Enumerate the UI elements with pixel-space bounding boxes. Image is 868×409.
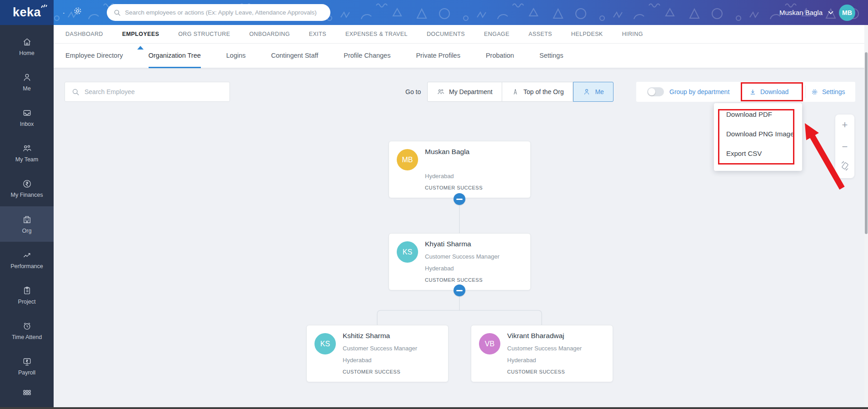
building-icon — [22, 214, 32, 225]
global-search — [107, 4, 330, 21]
top-of-the-org-button[interactable]: Top of the Org — [502, 82, 574, 102]
avatar: MB — [397, 149, 418, 170]
employee-search — [65, 82, 230, 102]
employee-name: Muskan Bagla — [425, 148, 469, 156]
home-icon — [22, 37, 32, 47]
nav-tab-documents[interactable]: DOCUMENTS — [427, 31, 465, 37]
employee-department: CUSTOMER SUCCESS — [425, 185, 483, 190]
chart-zoom-panel: + − — [835, 115, 854, 178]
nav-tab-expenses-travel[interactable]: EXPENSES & TRAVEL — [345, 31, 408, 37]
nav-tab-org-structure[interactable]: ORG STRUCTURE — [178, 31, 230, 37]
sidebar-item-org[interactable]: Org — [0, 206, 54, 242]
subnav-tab-contingent-staff[interactable]: Contingent Staff — [271, 44, 319, 68]
employee-location: Hyderabad — [425, 265, 454, 272]
keka-logo[interactable]: keka — [0, 0, 54, 25]
sidebar-item-my-finances[interactable]: My Finances — [0, 171, 54, 206]
employee-search-input[interactable] — [85, 88, 223, 95]
sidebar-item-inbox[interactable]: Inbox — [0, 100, 54, 135]
nav-tab-exits[interactable]: EXITS — [309, 31, 326, 37]
goto-label: Go to — [405, 88, 421, 95]
chart-actions-panel: Group by department Download Settings — [636, 82, 855, 102]
org-card-muskan-bagla[interactable]: MB Muskan Bagla Hyderabad CUSTOMER SUCCE… — [389, 141, 531, 198]
subnav-tab-organization-tree[interactable]: Organization Tree — [149, 44, 201, 68]
sidebar-item-home[interactable]: Home — [0, 29, 54, 64]
subnav-tab-private-profiles[interactable]: Private Profiles — [416, 44, 460, 68]
minus-icon — [456, 199, 463, 200]
avatar: KS — [397, 241, 418, 263]
nav-tab-hiring[interactable]: HIRING — [622, 31, 643, 37]
zoom-out-button[interactable]: − — [835, 142, 854, 152]
employee-department: CUSTOMER SUCCESS — [425, 277, 483, 283]
nav-tab-helpdesk[interactable]: HELPDESK — [571, 31, 603, 37]
employee-department: CUSTOMER SUCCESS — [507, 369, 565, 374]
divider — [805, 85, 806, 98]
subnav-tab-logins[interactable]: Logins — [226, 44, 246, 68]
org-card-vikrant-bharadwaj[interactable]: VB Vikrant Bharadwaj Customer Success Ma… — [471, 325, 613, 382]
global-search-input[interactable] — [125, 9, 324, 16]
topbar-dot: . — [63, 7, 65, 15]
user-avatar[interactable]: MB — [839, 5, 855, 21]
collapse-button[interactable] — [454, 284, 465, 296]
employee-location: Hyderabad — [507, 357, 536, 364]
org-card-khyati-sharma[interactable]: KS Khyati Sharma Customer Success Manage… — [389, 233, 531, 290]
active-tab-caret-icon — [137, 46, 144, 50]
logo-spark-icon — [40, 2, 47, 9]
search-icon — [71, 88, 80, 96]
inbox-tray-icon — [22, 108, 32, 118]
sidebar-item-performance[interactable]: Performance — [0, 242, 54, 277]
people-group-icon — [22, 143, 32, 154]
nav-tab-assets[interactable]: ASSETS — [529, 31, 552, 37]
window-bottom-edge — [0, 407, 868, 409]
me-button[interactable]: Me — [573, 82, 613, 102]
employee-department: CUSTOMER SUCCESS — [343, 369, 400, 374]
download-button[interactable]: Download — [749, 82, 788, 102]
logo-text: keka — [13, 5, 41, 19]
menu-item-download-pdf[interactable]: Download PDF — [726, 109, 772, 120]
group-by-department-label[interactable]: Group by department — [669, 88, 729, 95]
people-group-icon — [437, 88, 445, 96]
nav-tab-engage[interactable]: ENGAGE — [484, 31, 509, 37]
org-card-kshitiz-sharma[interactable]: KS Kshitiz Sharma Customer Success Manag… — [306, 325, 449, 382]
clipboard-icon — [22, 285, 32, 296]
sidebar: Home Me Inbox My Team My Finances — [0, 25, 54, 407]
goto-button-group: My Department Top of the Org Me — [427, 82, 614, 102]
minus-icon — [456, 290, 463, 291]
nav-tab-onboarding[interactable]: ONBOARDING — [249, 31, 289, 37]
subnav-tab-profile-changes[interactable]: Profile Changes — [344, 44, 390, 68]
employee-name: Kshitiz Sharma — [343, 332, 390, 340]
user-menu[interactable]: Muskan Bagla MB — [779, 0, 855, 25]
person-icon — [583, 88, 591, 96]
employees-sub-nav: Employee Directory Organization Tree Log… — [54, 44, 868, 68]
subnav-tab-probation[interactable]: Probation — [486, 44, 514, 68]
rotate-device-icon[interactable] — [840, 160, 850, 174]
settings-button[interactable]: Settings — [811, 82, 845, 102]
apps-grid-icon[interactable] — [0, 387, 54, 407]
employee-location: Hyderabad — [425, 173, 454, 180]
sidebar-item-my-team[interactable]: My Team — [0, 135, 54, 171]
sidebar-item-project[interactable]: Project — [0, 277, 54, 313]
avatar: KS — [314, 333, 336, 354]
rupee-circle-icon — [22, 179, 32, 189]
admin-gear-icon[interactable] — [73, 6, 83, 18]
user-name: Muskan Bagla — [779, 9, 823, 16]
my-department-button[interactable]: My Department — [427, 82, 502, 102]
gear-icon — [811, 88, 818, 96]
sidebar-item-payroll[interactable]: Payroll — [0, 349, 54, 384]
nav-tab-employees[interactable]: EMPLOYEES — [122, 31, 159, 37]
collapse-button[interactable] — [454, 193, 465, 205]
sidebar-item-time-attend[interactable]: Time Attend — [0, 313, 54, 349]
sidebar-item-me[interactable]: Me — [0, 64, 54, 100]
subnav-tab-employee-directory[interactable]: Employee Directory — [65, 44, 123, 68]
nav-tab-dashboard[interactable]: DASHBOARD — [65, 31, 103, 37]
scrollbar-thumb[interactable] — [865, 52, 868, 234]
avatar: VB — [479, 333, 500, 354]
vertical-scrollbar — [864, 25, 868, 407]
zoom-in-button[interactable]: + — [835, 120, 854, 130]
menu-item-export-csv[interactable]: Export CSV — [726, 148, 762, 160]
trend-up-icon — [22, 250, 32, 260]
subnav-tab-settings[interactable]: Settings — [539, 44, 563, 68]
main-nav: DASHBOARD EMPLOYEES ORG STRUCTURE ONBOAR… — [54, 25, 868, 44]
group-by-department-toggle[interactable] — [647, 87, 664, 96]
menu-item-download-png[interactable]: Download PNG Image — [726, 128, 794, 140]
download-icon — [749, 88, 757, 96]
